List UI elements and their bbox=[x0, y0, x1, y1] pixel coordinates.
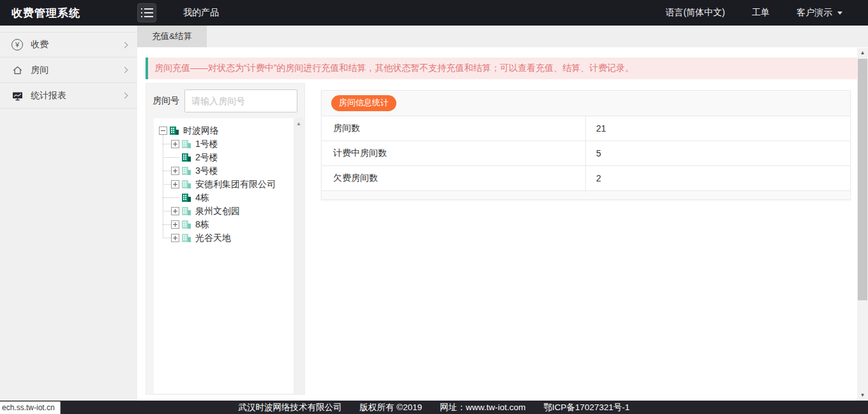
tree-node-root[interactable]: 时波网络 bbox=[159, 124, 291, 137]
chevron-right-icon bbox=[122, 42, 128, 48]
stat-label: 计费中房间数 bbox=[322, 141, 586, 165]
hamburger-icon bbox=[144, 16, 153, 17]
alert-text: 房间充值——对状态为“计费中”的房间进行充值和结算，其他状态暂不支持充值和结算；… bbox=[154, 63, 634, 74]
yen-circle-icon: ¥ bbox=[10, 39, 25, 50]
tree-node-label: 安德利集团有限公司 bbox=[195, 179, 276, 190]
scroll-down-icon[interactable]: ▼ bbox=[857, 390, 868, 401]
topbar-right-group: 语言(简体中文) 工单 客户演示 bbox=[666, 7, 868, 19]
page-footer: 武汉时波网络技术有限公司 版权所有 ©2019 网址：www.tw-iot.co… bbox=[0, 401, 868, 414]
tree-connector bbox=[171, 194, 179, 202]
stat-value: 2 bbox=[586, 173, 601, 183]
sidebar-item-label: 收费 bbox=[31, 39, 49, 50]
tree-node[interactable]: 3号楼 bbox=[163, 164, 291, 178]
tree-node[interactable]: 泉州文创园 bbox=[163, 204, 291, 218]
building-icon bbox=[182, 180, 188, 188]
stat-label: 欠费房间数 bbox=[322, 166, 586, 190]
status-bar-url: ech.ss.tw-iot.cn bbox=[0, 401, 61, 414]
sidebar-item-rooms[interactable]: 房间 bbox=[0, 57, 137, 83]
stats-panel-header: 房间信息统计 bbox=[322, 91, 850, 116]
tab-bar: 充值&结算 bbox=[137, 26, 868, 47]
tree-node-label: 2号楼 bbox=[195, 152, 218, 164]
sidebar-item-charging[interactable]: ¥ 收费 bbox=[0, 32, 137, 57]
menu-toggle-button[interactable] bbox=[137, 3, 156, 22]
building-icon bbox=[182, 220, 188, 229]
tree-children: 1号楼 2号楼 3号楼 bbox=[159, 137, 291, 245]
nav-language[interactable]: 语言(简体中文) bbox=[666, 7, 725, 19]
tree-node-label: 1号楼 bbox=[195, 139, 218, 150]
hamburger-icon bbox=[144, 8, 153, 10]
tree-node-label: 4栋 bbox=[195, 192, 209, 204]
expand-icon[interactable] bbox=[171, 167, 179, 175]
expand-icon[interactable] bbox=[171, 234, 179, 242]
tree-node-label: 3号楼 bbox=[195, 165, 218, 177]
table-row: 欠费房间数 2 bbox=[322, 166, 850, 191]
sidebar-item-label: 房间 bbox=[31, 65, 49, 76]
expand-icon[interactable] bbox=[171, 220, 179, 229]
user-name: 客户演示 bbox=[797, 7, 832, 19]
room-number-input[interactable] bbox=[184, 89, 297, 112]
hamburger-icon bbox=[144, 12, 153, 13]
stat-value: 21 bbox=[586, 123, 606, 134]
tree-node[interactable]: 光谷天地 bbox=[163, 231, 291, 245]
tree-connector bbox=[171, 153, 179, 162]
room-search-panel: 房间号 时波网络 bbox=[146, 83, 305, 395]
collapse-icon[interactable] bbox=[159, 126, 167, 135]
building-icon bbox=[182, 167, 188, 175]
expand-icon[interactable] bbox=[171, 140, 179, 148]
footer-website: 网址：www.tw-iot.com bbox=[440, 402, 525, 413]
caret-down-icon bbox=[837, 12, 842, 17]
chart-board-icon bbox=[10, 91, 25, 101]
nav-user-menu[interactable]: 客户演示 bbox=[797, 7, 842, 19]
scrollbar-thumb[interactable] bbox=[858, 59, 867, 300]
building-icon bbox=[182, 207, 188, 215]
tree-node-label: 时波网络 bbox=[183, 125, 219, 137]
expand-icon[interactable] bbox=[171, 207, 179, 215]
chevron-right-icon bbox=[122, 67, 128, 73]
building-icon bbox=[182, 153, 188, 162]
info-alert: 房间充值——对状态为“计费中”的房间进行充值和结算，其他状态暂不支持充值和结算；… bbox=[146, 57, 857, 79]
stat-label: 房间数 bbox=[322, 116, 586, 141]
footer-icp: 鄂ICP备17027321号-1 bbox=[543, 402, 629, 413]
tree-scrollbar[interactable]: ▲ bbox=[294, 118, 304, 394]
main-content: 充值&结算 房间充值——对状态为“计费中”的房间进行充值和结算，其他状态暂不支持… bbox=[137, 26, 868, 401]
tree-node[interactable]: 4栋 bbox=[163, 191, 291, 204]
top-navbar: 收费管理系统 我的产品 语言(简体中文) 工单 客户演示 bbox=[0, 0, 868, 26]
building-icon bbox=[182, 194, 188, 202]
tree-line bbox=[163, 135, 163, 238]
home-icon bbox=[10, 65, 25, 75]
building-icon bbox=[182, 234, 188, 242]
tab-recharge-settlement[interactable]: 充值&结算 bbox=[137, 26, 207, 47]
expand-icon[interactable] bbox=[171, 180, 179, 188]
app-root: 收费管理系统 我的产品 语言(简体中文) 工单 客户演示 ¥ 收费 bbox=[0, 0, 868, 414]
nav-work-order[interactable]: 工单 bbox=[752, 7, 770, 19]
sidebar: ¥ 收费 房间 统计报表 bbox=[0, 26, 137, 401]
building-icon bbox=[182, 140, 188, 148]
tree-node[interactable]: 8栋 bbox=[163, 218, 291, 231]
stats-panel-footer bbox=[322, 191, 850, 199]
tree-node[interactable]: 安德利集团有限公司 bbox=[163, 178, 291, 191]
stat-value: 5 bbox=[586, 148, 601, 158]
panels-row: 房间号 时波网络 bbox=[146, 83, 868, 395]
app-title: 收费管理系统 bbox=[0, 6, 137, 20]
chevron-right-icon bbox=[122, 93, 128, 99]
tree-node-label: 光谷天地 bbox=[195, 233, 231, 244]
room-number-label: 房间号 bbox=[153, 95, 179, 107]
table-row: 房间数 21 bbox=[322, 116, 850, 141]
tree-node-label: 8栋 bbox=[195, 219, 209, 231]
tree-node[interactable]: 2号楼 bbox=[163, 151, 291, 164]
room-search-row: 房间号 bbox=[146, 84, 304, 118]
table-row: 计费中房间数 5 bbox=[322, 141, 850, 166]
sidebar-item-label: 统计报表 bbox=[31, 90, 66, 102]
page-scrollbar[interactable]: ▲ ▼ bbox=[857, 48, 868, 401]
sidebar-item-reports[interactable]: 统计报表 bbox=[0, 83, 137, 109]
footer-copyright: 版权所有 ©2019 bbox=[359, 402, 422, 413]
scroll-up-icon[interactable]: ▲ bbox=[294, 118, 304, 126]
tree-node[interactable]: 1号楼 bbox=[163, 137, 291, 151]
building-tree: 时波网络 1号楼 bbox=[154, 118, 304, 394]
scroll-up-icon[interactable]: ▲ bbox=[857, 48, 868, 58]
nav-my-products[interactable]: 我的产品 bbox=[183, 7, 219, 19]
tree-node-label: 泉州文创园 bbox=[195, 206, 240, 217]
building-icon bbox=[170, 126, 176, 135]
footer-company: 武汉时波网络技术有限公司 bbox=[238, 402, 341, 413]
room-stats-panel: 房间信息统计 房间数 21 计费中房间数 5 欠费房间数 2 bbox=[321, 90, 851, 200]
